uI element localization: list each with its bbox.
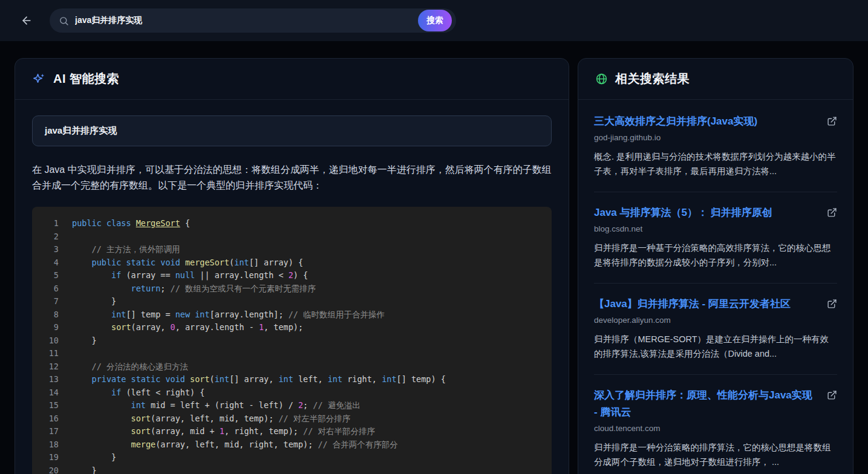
result-domain: developer.aliyun.com [594, 316, 837, 325]
line-number: 2 [43, 230, 59, 244]
result-snippet: 归并排序是一种分治策略的排序算法，它的核心思想是将数组分成两个子数组，递归地对子… [594, 440, 837, 469]
result-title-link[interactable]: 深入了解归并排序：原理、性能分析与Java实现 - 腾讯云 [594, 387, 817, 421]
search-result-item: 深入了解归并排序：原理、性能分析与Java实现 - 腾讯云 cloud.tenc… [594, 374, 837, 474]
line-number: 15 [43, 399, 59, 412]
code-line: 18 merge(array, left, mid, right, temp);… [43, 438, 541, 452]
result-domain: blog.csdn.net [594, 224, 837, 233]
code-line: 4 public static void mergeSort(int[] arr… [43, 256, 541, 270]
search-icon [59, 16, 69, 26]
search-result-item: 三大高效排序之归并排序(Java实现) god-jiang.github.io … [594, 101, 837, 192]
line-number: 8 [43, 308, 59, 322]
code-line: 9 sort(array, 0, array.length - 1, temp)… [43, 321, 541, 334]
external-link-icon[interactable] [827, 116, 837, 126]
line-number: 13 [43, 373, 59, 386]
code-line: 3 // 主方法，供外部调用 [43, 243, 541, 256]
external-link-icon[interactable] [827, 299, 837, 309]
results-panel-header: 相关搜索结果 [578, 59, 853, 100]
ai-panel-title: AI 智能搜索 [53, 71, 119, 87]
results-panel-title: 相关搜索结果 [615, 71, 690, 87]
line-number: 10 [43, 334, 59, 348]
result-snippet: 归并排序（MERGE-SORT）是建立在归并操作上的一种有效的排序算法,该算法是… [594, 332, 837, 361]
result-domain: cloud.tencent.com [594, 424, 837, 433]
code-line: 12 // 分治法的核心递归方法 [43, 360, 541, 374]
code-line: 20 } [43, 464, 541, 474]
result-title-link[interactable]: 【Java】归并排序算法 - 阿里云开发者社区 [594, 296, 817, 313]
code-line: 8 int[] temp = new int[array.length]; //… [43, 308, 541, 322]
line-number: 9 [43, 321, 59, 334]
code-line: 5 if (array == null || array.length < 2)… [43, 269, 541, 282]
sparkle-icon [32, 72, 46, 86]
result-title-link[interactable]: 三大高效排序之归并排序(Java实现) [594, 113, 817, 130]
external-link-icon[interactable] [827, 207, 837, 218]
line-number: 3 [43, 243, 59, 256]
code-line: 19 } [43, 451, 541, 464]
result-title-link[interactable]: Java 与排序算法（5）： 归并排序原创 [594, 204, 817, 221]
code-line: 1public class MergeSort { [43, 217, 541, 230]
topbar: 搜索 [0, 0, 868, 41]
related-results-panel: 相关搜索结果 三大高效排序之归并排序(Java实现) god-jiang.git… [578, 58, 853, 474]
line-number: 1 [43, 217, 59, 230]
code-line: 7 } [43, 295, 541, 308]
ai-panel-body: java归并排序实现 在 Java 中实现归并排序，可以基于分治法的思想：将数组… [15, 100, 569, 474]
ai-search-panel: AI 智能搜索 java归并排序实现 在 Java 中实现归并排序，可以基于分治… [15, 58, 569, 474]
line-number: 4 [43, 256, 59, 270]
code-line: 6 return; // 数组为空或只有一个元素时无需排序 [43, 282, 541, 296]
result-domain: god-jiang.github.io [594, 133, 837, 142]
search-input[interactable] [69, 8, 456, 33]
ai-answer-text: 在 Java 中实现归并排序，可以基于分治法的思想：将数组分成两半，递归地对每一… [32, 162, 552, 193]
query-box: java归并排序实现 [32, 115, 552, 146]
line-number: 18 [43, 438, 59, 452]
line-number: 19 [43, 451, 59, 464]
results-list: 三大高效排序之归并排序(Java实现) god-jiang.github.io … [578, 100, 853, 474]
ai-panel-header: AI 智能搜索 [15, 59, 569, 100]
globe-icon [595, 73, 608, 85]
external-link-icon[interactable] [827, 390, 837, 400]
code-block[interactable]: 1public class MergeSort {2 3 // 主方法，供外部调… [32, 207, 552, 474]
line-number: 17 [43, 425, 59, 438]
line-number: 14 [43, 386, 59, 400]
search-bar: 搜索 [50, 8, 456, 33]
code-line: 15 int mid = left + (right - left) / 2; … [43, 399, 541, 412]
code-line: 17 sort(array, mid + 1, right, temp); //… [43, 425, 541, 438]
back-arrow-icon [21, 15, 33, 27]
line-number: 7 [43, 295, 59, 308]
code-line: 16 sort(array, left, mid, temp); // 对左半部… [43, 412, 541, 426]
search-result-item: Java 与排序算法（5）： 归并排序原创 blog.csdn.net 归并排序… [594, 192, 837, 283]
code-line: 13 private static void sort(int[] array,… [43, 373, 541, 386]
line-number: 20 [43, 464, 59, 474]
line-number: 16 [43, 412, 59, 426]
result-snippet: 概念. 是利用递归与分治的技术将数据序列划分为越来越小的半子表，再对半子表排序，… [594, 149, 837, 178]
code-line: 11 [43, 347, 541, 360]
search-result-item: 【Java】归并排序算法 - 阿里云开发者社区 developer.aliyun… [594, 283, 837, 374]
back-button[interactable] [16, 10, 38, 31]
line-number: 6 [43, 282, 59, 296]
search-button[interactable]: 搜索 [418, 10, 452, 31]
code-line: 10 } [43, 334, 541, 348]
code-line: 14 if (left < right) { [43, 386, 541, 400]
line-number: 5 [43, 269, 59, 282]
line-number: 11 [43, 347, 59, 360]
line-number: 12 [43, 360, 59, 374]
code-line: 2 [43, 230, 541, 244]
result-snippet: 归并排序是一种基于分治策略的高效排序算法，它的核心思想是将待排序的数据分成较小的… [594, 241, 837, 270]
code-lines: 1public class MergeSort {2 3 // 主方法，供外部调… [43, 217, 541, 474]
